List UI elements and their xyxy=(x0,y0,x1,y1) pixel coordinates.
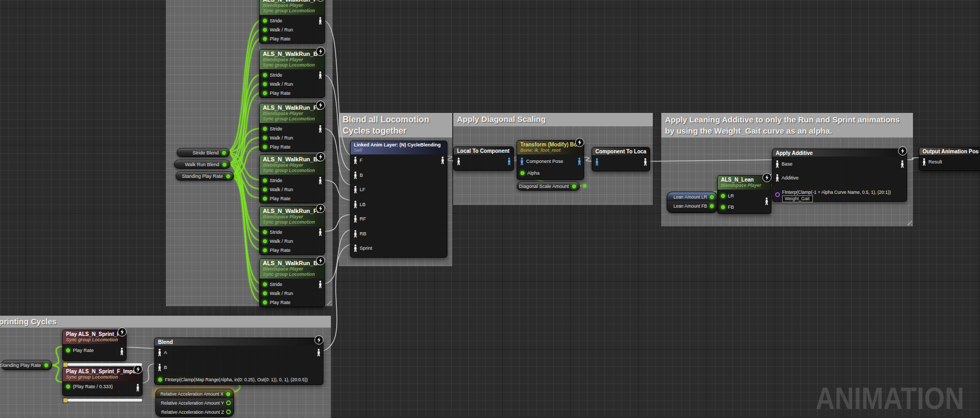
pose-pin-icon[interactable] xyxy=(353,230,358,238)
pose-pin-icon[interactable] xyxy=(136,384,140,392)
float-pin[interactable] xyxy=(262,126,268,132)
comment-resize-grip[interactable] xyxy=(325,298,331,305)
getter-lean-amount-lr[interactable]: Lean Amount LR xyxy=(667,192,717,201)
getter-lean-amounts[interactable]: Lean Amount LR Lean Amount FB xyxy=(667,192,718,213)
pose-pin-icon[interactable] xyxy=(318,177,322,185)
float-pin[interactable] xyxy=(262,135,268,141)
float-pin[interactable] xyxy=(226,174,231,179)
float-pin[interactable] xyxy=(65,348,71,353)
component-pose-pin-icon[interactable] xyxy=(595,158,599,166)
float-pin[interactable] xyxy=(262,248,268,253)
getter-lean-amount-fb[interactable]: Lean Amount FB xyxy=(667,201,717,210)
pose-pin-icon[interactable] xyxy=(157,349,162,357)
float-pin[interactable] xyxy=(262,300,268,305)
anim-node-walkrun-f[interactable]: ALS_N_WalkRun_F Blendspace Player Sync g… xyxy=(259,0,325,44)
animgraph-canvas[interactable]: ANIMATION Blend all Locomotion Cycles to… xyxy=(0,0,980,418)
getter-diagonal-scale-amount[interactable]: Diagonal Scale Amount xyxy=(517,182,580,191)
getter-standing-play-rate-sprint[interactable]: Standing Play Rate xyxy=(1,360,52,370)
float-pin[interactable] xyxy=(262,81,268,87)
anim-node-component-to-local[interactable]: Component To Local xyxy=(592,147,650,171)
anim-node-apply-additive[interactable]: Apply Additive Base Additive FInterp(Cla… xyxy=(772,149,907,202)
pose-pin-icon[interactable] xyxy=(318,281,322,289)
pose-pin-icon[interactable] xyxy=(318,71,322,79)
float-pin[interactable] xyxy=(262,196,268,201)
getter-rel-accel-z[interactable]: Relative Acceleration Amount Z xyxy=(156,407,234,416)
getter-rel-accel-y[interactable]: Relative Acceleration Amount Y xyxy=(156,398,234,407)
float-pin[interactable] xyxy=(262,27,268,32)
float-pin[interactable] xyxy=(262,239,268,244)
float-pin[interactable] xyxy=(520,170,525,176)
getter-rel-accel-x[interactable]: Relative Acceleration Amount X xyxy=(156,389,234,398)
float-pin[interactable] xyxy=(720,193,726,199)
float-pin[interactable] xyxy=(262,36,268,42)
anim-node-linked-anim-layer[interactable]: Linked Anim Layer: (N) CycleBlending Sel… xyxy=(350,141,447,258)
pose-pin-icon[interactable] xyxy=(120,348,124,356)
float-pin[interactable] xyxy=(262,291,268,296)
component-pose-pin-icon[interactable] xyxy=(507,158,511,166)
float-pin[interactable] xyxy=(571,184,577,189)
comment-header-leaning[interactable]: Apply Leaning Additive to only the Run a… xyxy=(661,113,913,137)
comment-header-diagonal[interactable]: Apply Diagonal Scaling xyxy=(453,113,653,126)
float-pin[interactable] xyxy=(226,409,231,414)
pose-pin-icon[interactable] xyxy=(353,157,358,165)
pose-pin-icon[interactable] xyxy=(643,158,647,166)
pose-pin-icon[interactable] xyxy=(353,244,358,252)
float-pin[interactable] xyxy=(221,150,227,155)
curve-name-field[interactable]: Weight_Gait xyxy=(782,195,813,202)
pose-pin-icon[interactable] xyxy=(900,160,904,168)
getter-relative-acceleration[interactable]: Relative Acceleration Amount X Relative … xyxy=(155,389,234,417)
float-pin[interactable] xyxy=(262,72,268,78)
anim-node-transform-modify-bone[interactable]: Transform (Modify) Bone Bone: ik_foot_ro… xyxy=(517,140,584,180)
anim-node-local-to-component[interactable]: Local To Component xyxy=(453,146,514,171)
float-pin[interactable] xyxy=(262,18,268,23)
anim-node-lean[interactable]: ALS_N_Lean Blendspace Player LR FB xyxy=(717,175,771,214)
pose-pin-icon[interactable] xyxy=(353,171,358,179)
float-pin[interactable] xyxy=(262,230,268,235)
float-pin[interactable] xyxy=(157,377,163,382)
float-pin[interactable] xyxy=(262,144,268,150)
anim-node-walkrun-br[interactable]: ALS_N_WalkRun_BR Blendspace Player Sync … xyxy=(259,258,325,307)
anim-node-play-sprint-f-impulse[interactable]: Play ALS_N_Sprint_F_Impulse Sync group L… xyxy=(62,367,143,396)
float-pin[interactable] xyxy=(709,194,715,200)
pose-pin-icon[interactable] xyxy=(318,228,322,236)
getter-walk-run-blend[interactable]: Walk Run Blend xyxy=(174,160,230,169)
alpha-float-pin[interactable] xyxy=(775,192,780,197)
float-pin[interactable] xyxy=(262,187,268,192)
getter-standing-play-rate[interactable]: Standing Play Rate xyxy=(176,171,234,181)
pose-pin-icon[interactable] xyxy=(922,158,926,166)
pose-pin-icon[interactable] xyxy=(775,160,779,168)
anim-node-walkrun-fr[interactable]: ALS_N_WalkRun_FR Blendspace Player Sync … xyxy=(259,206,325,255)
anim-node-walkrun-fl[interactable]: ALS_N_WalkRun_FL Blendspace Player Sync … xyxy=(259,103,325,152)
pose-pin-icon[interactable] xyxy=(318,125,322,133)
pose-pin-icon[interactable] xyxy=(441,157,445,165)
pose-pin-icon[interactable] xyxy=(353,186,358,194)
comment-header-blend-locomotion[interactable]: Blend all Locomotion Cycles together xyxy=(339,113,452,137)
float-pin[interactable] xyxy=(65,384,71,389)
pose-pin-icon[interactable] xyxy=(353,201,358,209)
pose-pin-icon[interactable] xyxy=(318,17,322,25)
float-pin[interactable] xyxy=(262,91,268,96)
anim-node-blend[interactable]: Blend A B FInterp(Clamp(Map Range(Alpha,… xyxy=(154,338,323,385)
pose-pin-icon[interactable] xyxy=(157,364,162,372)
comment-header-sprinting[interactable]: Sprinting Cycles xyxy=(0,316,331,327)
float-pin[interactable] xyxy=(44,363,49,368)
pose-pin-icon[interactable] xyxy=(765,198,769,206)
float-pin[interactable] xyxy=(226,391,231,397)
pose-pin-icon[interactable] xyxy=(317,349,321,357)
float-pin[interactable] xyxy=(262,282,268,287)
pose-pin-icon[interactable] xyxy=(456,158,461,166)
pose-pin-icon[interactable] xyxy=(353,215,358,223)
comment-resize-grip[interactable] xyxy=(905,218,912,225)
float-pin[interactable] xyxy=(226,400,231,405)
pose-pin-icon[interactable] xyxy=(775,174,779,182)
anim-node-walkrun-b[interactable]: ALS_N_WalkRun_B Blendspace Player Sync g… xyxy=(259,49,325,98)
float-pin[interactable] xyxy=(222,162,227,167)
component-pose-pin-icon[interactable] xyxy=(577,158,582,166)
anim-node-output-animation-pose[interactable]: Output Animation Pose Result xyxy=(919,147,980,171)
float-pin[interactable] xyxy=(709,203,715,209)
float-pin[interactable] xyxy=(262,178,268,183)
anim-node-play-sprint-f[interactable]: Play ALS_N_Sprint_F Sync group Locomotio… xyxy=(62,330,127,361)
component-pose-pin-icon[interactable] xyxy=(520,158,524,166)
reroute-node[interactable] xyxy=(583,184,586,187)
anim-node-walkrun-bl[interactable]: ALS_N_WalkRun_BL Blendspace Player Sync … xyxy=(259,154,325,203)
